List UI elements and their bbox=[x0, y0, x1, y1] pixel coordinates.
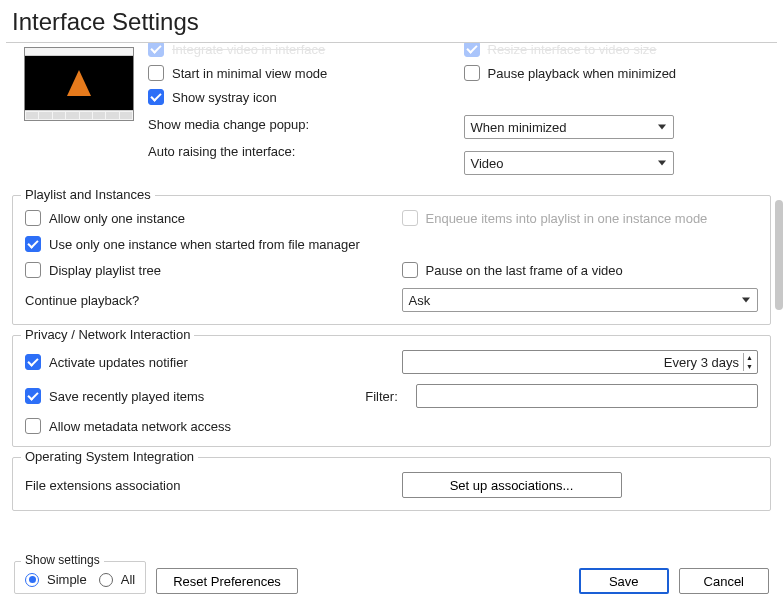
activate-updates-checkbox[interactable] bbox=[25, 354, 41, 370]
show-systray-label: Show systray icon bbox=[172, 90, 277, 105]
enqueue-label: Enqueue items into playlist in one insta… bbox=[426, 211, 708, 226]
integrate-video-checkbox-row: Integrate video in interface bbox=[148, 43, 444, 57]
skin-preview-thumbnail[interactable] bbox=[24, 47, 134, 121]
media-change-label: Show media change popup: bbox=[148, 117, 309, 132]
allow-metadata-checkbox[interactable] bbox=[25, 418, 41, 434]
media-change-select[interactable]: When minimized bbox=[464, 115, 674, 139]
auto-raise-label: Auto raising the interface: bbox=[148, 144, 295, 159]
continue-playback-select[interactable]: Ask bbox=[402, 288, 759, 312]
resize-interface-checkbox[interactable] bbox=[464, 43, 480, 57]
pause-minimized-checkbox[interactable] bbox=[464, 65, 480, 81]
update-interval-spinner[interactable]: Every 3 days ▲ ▼ bbox=[402, 350, 759, 374]
display-playlist-tree-label: Display playlist tree bbox=[49, 263, 161, 278]
content-area: Integrate video in interface Start in mi… bbox=[0, 43, 783, 523]
look-feel-section: Integrate video in interface Start in mi… bbox=[12, 43, 771, 189]
simple-radio[interactable] bbox=[25, 573, 39, 587]
spinner-down-icon[interactable]: ▼ bbox=[743, 362, 755, 371]
pause-last-frame-checkbox[interactable] bbox=[402, 262, 418, 278]
resize-interface-row: Resize interface to video size bbox=[464, 43, 760, 57]
save-recent-checkbox[interactable] bbox=[25, 388, 41, 404]
activate-updates-label: Activate updates notifier bbox=[49, 355, 188, 370]
save-button[interactable]: Save bbox=[579, 568, 669, 594]
filter-label: Filter: bbox=[365, 389, 398, 404]
footer-bar: Show settings Simple All Reset Preferenc… bbox=[0, 555, 783, 606]
allow-metadata-label: Allow metadata network access bbox=[49, 419, 231, 434]
os-legend: Operating System Integration bbox=[21, 449, 198, 464]
privacy-fieldset: Privacy / Network Interaction Activate u… bbox=[12, 335, 771, 447]
playlist-legend: Playlist and Instances bbox=[21, 187, 155, 202]
all-radio-label: All bbox=[121, 572, 135, 587]
playlist-fieldset: Playlist and Instances Allow only one in… bbox=[12, 195, 771, 325]
pause-minimized-label: Pause playback when minimized bbox=[488, 66, 677, 81]
continue-playback-select-wrap: Ask bbox=[402, 288, 759, 312]
integrate-video-checkbox[interactable] bbox=[148, 43, 164, 57]
use-one-filemanager-label: Use only one instance when started from … bbox=[49, 237, 360, 252]
update-interval-value: Every 3 days bbox=[409, 355, 744, 370]
enqueue-checkbox bbox=[402, 210, 418, 226]
show-settings-legend: Show settings bbox=[21, 553, 104, 567]
use-one-filemanager-checkbox[interactable] bbox=[25, 236, 41, 252]
start-minimal-label: Start in minimal view mode bbox=[172, 66, 327, 81]
integrate-video-label: Integrate video in interface bbox=[172, 43, 325, 57]
continue-playback-label: Continue playback? bbox=[25, 293, 382, 308]
reset-preferences-button[interactable]: Reset Preferences bbox=[156, 568, 298, 594]
allow-one-instance-checkbox[interactable] bbox=[25, 210, 41, 226]
resize-interface-label: Resize interface to video size bbox=[488, 43, 657, 57]
file-extensions-label: File extensions association bbox=[25, 478, 382, 493]
auto-raise-select[interactable]: Video bbox=[464, 151, 674, 175]
show-settings-group: Show settings Simple All bbox=[14, 561, 146, 594]
show-systray-checkbox[interactable] bbox=[148, 89, 164, 105]
pause-last-frame-label: Pause on the last frame of a video bbox=[426, 263, 623, 278]
scrollbar-thumb[interactable] bbox=[775, 200, 783, 310]
page-title: Interface Settings bbox=[0, 0, 783, 42]
spinner-up-icon[interactable]: ▲ bbox=[743, 353, 755, 362]
allow-one-instance-label: Allow only one instance bbox=[49, 211, 185, 226]
setup-associations-button[interactable]: Set up associations... bbox=[402, 472, 622, 498]
media-change-select-wrap: When minimized bbox=[464, 115, 674, 139]
start-minimal-checkbox[interactable] bbox=[148, 65, 164, 81]
privacy-legend: Privacy / Network Interaction bbox=[21, 327, 194, 342]
simple-radio-label: Simple bbox=[47, 572, 87, 587]
auto-raise-select-wrap: Video bbox=[464, 151, 674, 175]
vlc-cone-icon bbox=[67, 70, 91, 96]
cancel-button[interactable]: Cancel bbox=[679, 568, 769, 594]
display-playlist-tree-checkbox[interactable] bbox=[25, 262, 41, 278]
save-recent-label: Save recently played items bbox=[49, 389, 204, 404]
all-radio[interactable] bbox=[99, 573, 113, 587]
os-integration-fieldset: Operating System Integration File extens… bbox=[12, 457, 771, 511]
filter-input[interactable] bbox=[416, 384, 758, 408]
